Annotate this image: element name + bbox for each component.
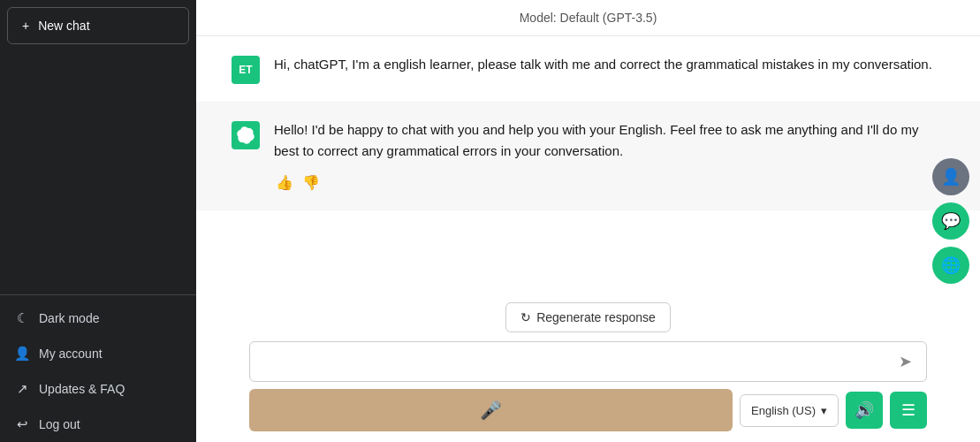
thumbs-up-button[interactable]: 👍 (274, 172, 295, 193)
language-selector[interactable]: English (US) ▾ (740, 394, 839, 427)
user-message-text: Hi, chatGPT, I'm a english learner, plea… (274, 54, 945, 75)
regenerate-label: Regenerate response (536, 310, 656, 324)
new-chat-label: New chat (38, 19, 89, 33)
sidebar-divider (0, 294, 196, 295)
sidebar-item-dark-mode[interactable]: ☾ Dark mode (0, 301, 196, 336)
bottom-controls: 🎤 English (US) ▾ 🔊 ☰ (249, 389, 927, 431)
globe-icon: 🌐 (941, 255, 961, 275)
sidebar: + New chat ☾ Dark mode 👤 My account ↗ Up… (0, 0, 196, 442)
sidebar-item-my-account[interactable]: 👤 My account (0, 336, 196, 371)
volume-icon: 🔊 (855, 400, 874, 420)
assistant-avatar (232, 121, 260, 149)
external-link-icon: ↗ (14, 381, 30, 397)
user-avatar: ET (232, 56, 260, 84)
sidebar-item-label: Log out (39, 417, 80, 431)
sidebar-item-label: My account (39, 347, 103, 361)
sidebar-item-label: Dark mode (39, 311, 99, 325)
thumbs-down-button[interactable]: 👎 (300, 172, 322, 193)
account-icon: 👤 (14, 346, 30, 362)
model-header: Model: Default (GPT-3.5) (196, 0, 980, 36)
new-chat-button[interactable]: + New chat (7, 7, 189, 44)
assistant-message-text: Hello! I'd be happy to chat with you and… (274, 119, 945, 162)
chevron-down-icon: ▾ (821, 404, 827, 417)
sidebar-item-updates-faq[interactable]: ↗ Updates & FAQ (0, 371, 196, 407)
sidebar-item-label: Updates & FAQ (39, 382, 125, 396)
user-message: ET Hi, chatGPT, I'm a english learner, p… (196, 36, 980, 102)
dark-mode-icon: ☾ (14, 310, 30, 326)
mic-icon: 🎤 (480, 400, 502, 421)
chat-area: ET Hi, chatGPT, I'm a english learner, p… (196, 36, 980, 293)
regenerate-area: ↻ Regenerate response (196, 293, 980, 341)
floating-globe-button[interactable]: 🌐 (932, 247, 969, 284)
chat-input[interactable] (261, 349, 895, 374)
settings-icon: ☰ (901, 400, 915, 420)
main-content: Model: Default (GPT-3.5) ET Hi, chatGPT,… (196, 0, 980, 442)
text-input-row: ➤ (249, 341, 927, 382)
language-label: English (US) (751, 404, 816, 417)
message-actions: 👍 👎 (274, 172, 945, 193)
sidebar-item-log-out[interactable]: ↩ Log out (0, 407, 196, 442)
settings-button[interactable]: ☰ (890, 392, 927, 429)
profile-icon: 👤 (941, 167, 961, 187)
chat-icon: 💬 (941, 211, 961, 231)
mic-button[interactable]: 🎤 (249, 389, 733, 431)
assistant-message: Hello! I'd be happy to chat with you and… (196, 102, 980, 210)
plus-icon: + (22, 19, 29, 33)
floating-profile-button[interactable]: 👤 (932, 158, 969, 195)
input-area: ➤ 🎤 English (US) ▾ 🔊 ☰ (196, 341, 980, 442)
volume-button[interactable]: 🔊 (846, 392, 883, 429)
send-button[interactable]: ➤ (895, 350, 915, 373)
send-icon: ➤ (899, 353, 912, 370)
floating-right-buttons: 👤 💬 🌐 (932, 158, 969, 284)
floating-chat-button[interactable]: 💬 (932, 202, 969, 240)
model-label: Model: Default (GPT-3.5) (520, 11, 657, 25)
logout-icon: ↩ (14, 416, 30, 432)
regenerate-button[interactable]: ↻ Regenerate response (505, 302, 671, 332)
regenerate-icon: ↻ (520, 310, 531, 324)
